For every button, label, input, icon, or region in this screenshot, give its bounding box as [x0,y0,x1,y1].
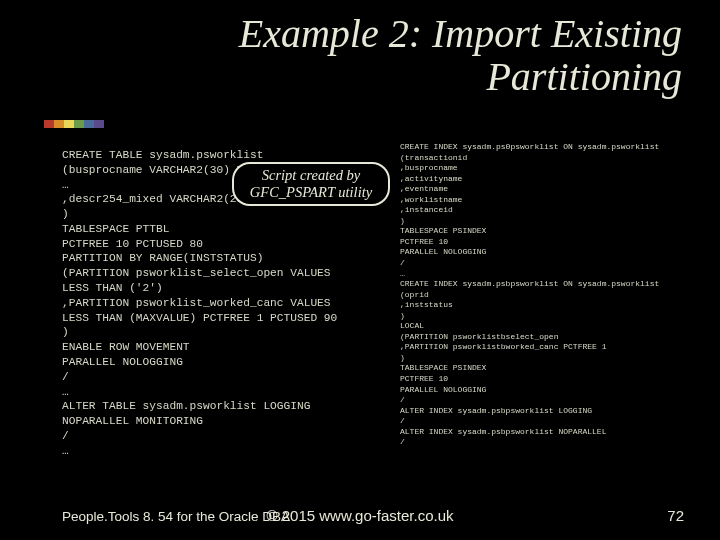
accent-swatch [74,120,84,128]
code-block-right: CREATE INDEX sysadm.ps0psworklist ON sys… [400,142,700,448]
accent-swatch [44,120,54,128]
accent-swatch [64,120,74,128]
callout-line2: GFC_PSPART utility [250,184,372,201]
accent-swatch [84,120,94,128]
slide: Example 2: Import Existing Partitioning … [0,0,720,540]
footer-page-number: 72 [667,507,684,524]
callout-box: Script created by GFC_PSPART utility [232,162,390,206]
callout-line1: Script created by [262,167,361,184]
footer-left: People.Tools 8. 54 for the Oracle DBA [62,509,290,524]
accent-bar [44,120,104,128]
slide-title: Example 2: Import Existing Partitioning [122,12,682,98]
accent-swatch [54,120,64,128]
accent-swatch [94,120,104,128]
